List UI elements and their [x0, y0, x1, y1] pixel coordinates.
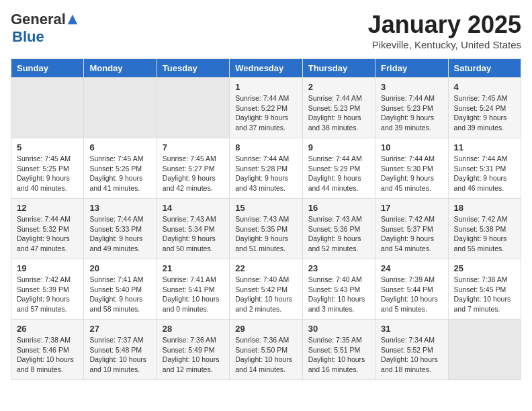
logo-icon	[66, 13, 79, 26]
day-of-week-header: Wednesday	[230, 59, 302, 78]
calendar-cell: 18Sunrise: 7:42 AM Sunset: 5:38 PM Dayli…	[448, 199, 521, 259]
calendar-week-row: 12Sunrise: 7:44 AM Sunset: 5:32 PM Dayli…	[11, 199, 521, 259]
day-number: 23	[308, 263, 369, 273]
day-info: Sunrise: 7:39 AM Sunset: 5:44 PM Dayligh…	[381, 275, 442, 314]
day-info: Sunrise: 7:45 AM Sunset: 5:27 PM Dayligh…	[163, 154, 224, 193]
calendar-cell	[157, 78, 229, 138]
calendar-cell: 9Sunrise: 7:44 AM Sunset: 5:29 PM Daylig…	[302, 138, 375, 199]
day-of-week-header: Monday	[84, 59, 157, 78]
calendar-week-row: 19Sunrise: 7:42 AM Sunset: 5:39 PM Dayli…	[11, 259, 521, 320]
calendar-cell: 23Sunrise: 7:40 AM Sunset: 5:43 PM Dayli…	[302, 259, 375, 320]
day-number: 31	[381, 324, 442, 334]
day-of-week-header: Thursday	[302, 59, 375, 78]
title-block: January 2025 Pikeville, Kentucky, United…	[368, 11, 521, 50]
day-info: Sunrise: 7:37 AM Sunset: 5:48 PM Dayligh…	[89, 335, 150, 375]
day-number: 18	[454, 203, 515, 213]
calendar-week-row: 1Sunrise: 7:44 AM Sunset: 5:22 PM Daylig…	[11, 78, 521, 138]
day-info: Sunrise: 7:43 AM Sunset: 5:36 PM Dayligh…	[308, 214, 369, 254]
calendar-cell: 31Sunrise: 7:34 AM Sunset: 5:52 PM Dayli…	[375, 320, 448, 380]
day-number: 21	[163, 263, 224, 273]
calendar-cell	[84, 78, 157, 138]
day-number: 1	[235, 82, 296, 92]
calendar-cell: 10Sunrise: 7:44 AM Sunset: 5:30 PM Dayli…	[375, 138, 448, 199]
day-info: Sunrise: 7:44 AM Sunset: 5:28 PM Dayligh…	[235, 154, 296, 193]
calendar-cell: 12Sunrise: 7:44 AM Sunset: 5:32 PM Dayli…	[11, 199, 84, 259]
calendar-week-row: 26Sunrise: 7:38 AM Sunset: 5:46 PM Dayli…	[11, 320, 521, 380]
day-info: Sunrise: 7:43 AM Sunset: 5:34 PM Dayligh…	[163, 214, 224, 254]
day-number: 28	[163, 324, 224, 334]
day-of-week-header: Tuesday	[157, 59, 229, 78]
calendar-cell: 2Sunrise: 7:44 AM Sunset: 5:23 PM Daylig…	[302, 78, 375, 138]
calendar-cell: 28Sunrise: 7:36 AM Sunset: 5:49 PM Dayli…	[157, 320, 229, 380]
logo-blue-text: Blue	[12, 28, 44, 45]
day-info: Sunrise: 7:44 AM Sunset: 5:23 PM Dayligh…	[381, 93, 442, 133]
day-of-week-header: Friday	[375, 59, 448, 78]
day-number: 6	[89, 142, 150, 152]
calendar-cell: 22Sunrise: 7:40 AM Sunset: 5:42 PM Dayli…	[230, 259, 302, 320]
calendar-cell: 16Sunrise: 7:43 AM Sunset: 5:36 PM Dayli…	[302, 199, 375, 259]
day-info: Sunrise: 7:41 AM Sunset: 5:41 PM Dayligh…	[163, 275, 224, 314]
day-info: Sunrise: 7:38 AM Sunset: 5:46 PM Dayligh…	[17, 335, 78, 375]
calendar-cell: 1Sunrise: 7:44 AM Sunset: 5:22 PM Daylig…	[230, 78, 302, 138]
day-number: 10	[381, 142, 442, 152]
day-info: Sunrise: 7:35 AM Sunset: 5:51 PM Dayligh…	[308, 335, 369, 375]
day-info: Sunrise: 7:38 AM Sunset: 5:45 PM Dayligh…	[454, 275, 515, 314]
logo-general-text: General	[11, 11, 66, 28]
calendar-cell	[448, 320, 521, 380]
calendar-cell: 19Sunrise: 7:42 AM Sunset: 5:39 PM Dayli…	[11, 259, 84, 320]
calendar-cell: 3Sunrise: 7:44 AM Sunset: 5:23 PM Daylig…	[375, 78, 448, 138]
calendar-cell: 25Sunrise: 7:38 AM Sunset: 5:45 PM Dayli…	[448, 259, 521, 320]
day-info: Sunrise: 7:40 AM Sunset: 5:42 PM Dayligh…	[235, 275, 296, 314]
day-number: 30	[308, 324, 369, 334]
day-info: Sunrise: 7:44 AM Sunset: 5:23 PM Dayligh…	[308, 93, 369, 133]
day-number: 11	[454, 142, 515, 152]
day-number: 5	[17, 142, 78, 152]
day-number: 2	[308, 82, 369, 92]
day-number: 16	[308, 203, 369, 213]
logo: General Blue	[11, 11, 79, 46]
day-info: Sunrise: 7:42 AM Sunset: 5:39 PM Dayligh…	[17, 275, 78, 314]
day-info: Sunrise: 7:44 AM Sunset: 5:29 PM Dayligh…	[308, 154, 369, 193]
day-info: Sunrise: 7:42 AM Sunset: 5:37 PM Dayligh…	[381, 214, 442, 254]
day-number: 7	[163, 142, 224, 152]
day-info: Sunrise: 7:44 AM Sunset: 5:30 PM Dayligh…	[381, 154, 442, 193]
day-info: Sunrise: 7:44 AM Sunset: 5:31 PM Dayligh…	[454, 154, 515, 193]
day-number: 26	[17, 324, 78, 334]
calendar-week-row: 5Sunrise: 7:45 AM Sunset: 5:25 PM Daylig…	[11, 138, 521, 199]
day-number: 17	[381, 203, 442, 213]
day-info: Sunrise: 7:40 AM Sunset: 5:43 PM Dayligh…	[308, 275, 369, 314]
header-row: SundayMondayTuesdayWednesdayThursdayFrid…	[11, 59, 521, 78]
day-number: 14	[163, 203, 224, 213]
day-info: Sunrise: 7:45 AM Sunset: 5:24 PM Dayligh…	[454, 93, 515, 133]
day-number: 22	[235, 263, 296, 273]
day-info: Sunrise: 7:41 AM Sunset: 5:40 PM Dayligh…	[89, 275, 150, 314]
svg-marker-0	[68, 15, 77, 24]
calendar-cell: 27Sunrise: 7:37 AM Sunset: 5:48 PM Dayli…	[84, 320, 157, 380]
calendar-cell: 11Sunrise: 7:44 AM Sunset: 5:31 PM Dayli…	[448, 138, 521, 199]
day-info: Sunrise: 7:43 AM Sunset: 5:35 PM Dayligh…	[235, 214, 296, 254]
day-number: 4	[454, 82, 515, 92]
calendar-cell: 24Sunrise: 7:39 AM Sunset: 5:44 PM Dayli…	[375, 259, 448, 320]
day-number: 12	[17, 203, 78, 213]
day-info: Sunrise: 7:45 AM Sunset: 5:25 PM Dayligh…	[17, 154, 78, 193]
calendar-cell: 30Sunrise: 7:35 AM Sunset: 5:51 PM Dayli…	[302, 320, 375, 380]
calendar-cell: 29Sunrise: 7:36 AM Sunset: 5:50 PM Dayli…	[230, 320, 302, 380]
day-info: Sunrise: 7:36 AM Sunset: 5:50 PM Dayligh…	[235, 335, 296, 375]
calendar-cell: 5Sunrise: 7:45 AM Sunset: 5:25 PM Daylig…	[11, 138, 84, 199]
calendar-cell: 15Sunrise: 7:43 AM Sunset: 5:35 PM Dayli…	[230, 199, 302, 259]
day-of-week-header: Saturday	[448, 59, 521, 78]
day-number: 20	[89, 263, 150, 273]
day-info: Sunrise: 7:42 AM Sunset: 5:38 PM Dayligh…	[454, 214, 515, 254]
day-info: Sunrise: 7:44 AM Sunset: 5:32 PM Dayligh…	[17, 214, 78, 254]
calendar-cell: 14Sunrise: 7:43 AM Sunset: 5:34 PM Dayli…	[157, 199, 229, 259]
day-info: Sunrise: 7:44 AM Sunset: 5:22 PM Dayligh…	[235, 93, 296, 133]
day-of-week-header: Sunday	[11, 59, 84, 78]
day-number: 24	[381, 263, 442, 273]
calendar-cell	[11, 78, 84, 138]
calendar-cell: 8Sunrise: 7:44 AM Sunset: 5:28 PM Daylig…	[230, 138, 302, 199]
calendar-cell: 26Sunrise: 7:38 AM Sunset: 5:46 PM Dayli…	[11, 320, 84, 380]
day-number: 25	[454, 263, 515, 273]
day-number: 27	[89, 324, 150, 334]
day-number: 19	[17, 263, 78, 273]
day-number: 8	[235, 142, 296, 152]
